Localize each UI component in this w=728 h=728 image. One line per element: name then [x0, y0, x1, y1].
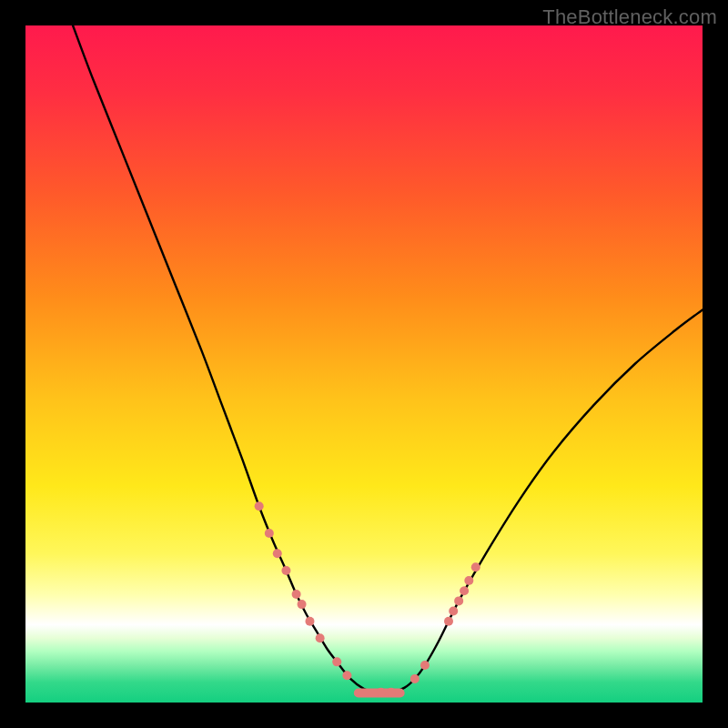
- highlight-dot: [387, 688, 396, 697]
- highlight-dot: [305, 617, 314, 626]
- highlight-dot: [281, 566, 290, 575]
- highlight-dot: [460, 586, 469, 595]
- highlight-dot: [471, 562, 480, 571]
- highlight-dot: [273, 549, 282, 558]
- highlight-dot: [292, 590, 301, 599]
- highlight-dot: [316, 633, 325, 642]
- highlight-dot: [255, 501, 264, 511]
- highlight-dot: [420, 661, 430, 670]
- highlight-dot: [444, 617, 453, 626]
- gradient-background: [25, 25, 703, 703]
- highlight-dot: [454, 596, 463, 605]
- highlight-dot: [464, 576, 473, 585]
- watermark-text: TheBottleneck.com: [542, 5, 717, 29]
- chart-svg: [25, 25, 703, 703]
- highlight-dot: [342, 671, 351, 680]
- chart-frame: [25, 25, 703, 703]
- highlight-dot: [449, 607, 458, 616]
- highlight-dot: [332, 657, 341, 666]
- highlight-dot: [298, 600, 307, 609]
- highlight-dot: [410, 674, 420, 683]
- highlight-dot: [377, 688, 386, 697]
- highlight-dot: [265, 529, 274, 538]
